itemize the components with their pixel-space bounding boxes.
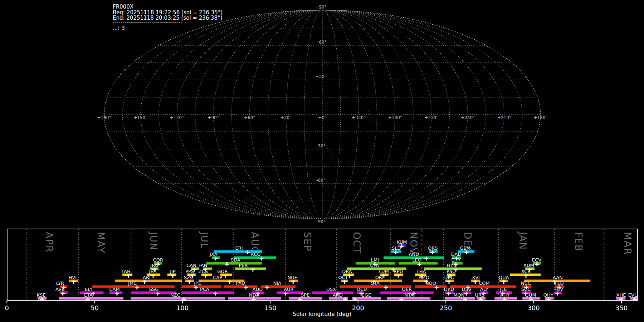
shower-label-AMO: AMO [419, 275, 429, 280]
shower-label-FED: FED [555, 280, 564, 286]
x-axis-title: Solar longitude (deg) [293, 311, 351, 317]
shower-label-GDR: GDR [217, 269, 228, 274]
shower-label-LYR: LYR [56, 280, 64, 286]
shower-bar-MON [445, 297, 475, 300]
shower-label-ORS: ORS [428, 245, 438, 251]
axis-tick-label: 300 [527, 304, 540, 312]
shower-label-NDA: NDA [249, 292, 259, 298]
map-longitude-label: +180° [97, 115, 111, 120]
shower-label-DSX: DSX [326, 287, 336, 292]
shower-label-FEV: FEV [554, 287, 563, 292]
shower-label-ORI: ORI [375, 275, 384, 280]
shower-label-ERI: ERI [235, 245, 243, 251]
shower-label-COR: COR [153, 257, 163, 263]
shower-label-OER: OER [402, 287, 412, 292]
map-longitude-label: +330° [352, 115, 366, 120]
shower-label-XUM: XUM [523, 263, 534, 268]
shower-label-NIA: NIA [273, 280, 282, 286]
sky-and-timeline-figure: FR000X Beg: 20251118 19:22:56 (sol = 236… [0, 0, 644, 322]
shower-label-KUM: KUM [397, 239, 407, 245]
shower-bar-PER [235, 268, 266, 270]
app-canvas: FR000X Beg: 20251118 19:22:56 (sol = 236… [0, 0, 644, 322]
shower-label-ETA: ETA [84, 292, 93, 298]
shower-label-MON: MON [453, 292, 464, 298]
shower-label-KSE: KSE [36, 292, 45, 298]
map-longitude-label: +0° [318, 115, 327, 120]
shower-label-NOO: NOO [425, 280, 436, 286]
shower-label-SLD: SLD [392, 245, 401, 251]
shower-bar-NOO [415, 286, 447, 288]
month-label: JAN [517, 231, 528, 250]
shower-label-CAM: CAM [109, 287, 119, 292]
shower-label-JLE: JLE [500, 287, 507, 292]
axis-tick-label: 50 [91, 304, 99, 312]
shower-label-PPS: PPS [185, 269, 194, 274]
shower-label-ARD: ARD [333, 292, 343, 298]
shower-label-NTA: NTA [404, 292, 414, 298]
shower-label-QUA: QUA [499, 275, 509, 280]
month-label: APR [44, 232, 55, 253]
shower-label-NZC: NZC [170, 292, 180, 298]
shower-label-JPE: JPE [194, 280, 201, 286]
shower-label-HVI: HVI [69, 275, 77, 280]
map-latitude-label: -60° [316, 178, 326, 183]
shower-label-SZC: SZC [184, 275, 193, 280]
shower-label-OCT: OCT [338, 275, 348, 280]
shower-label-CAN: CAN [186, 263, 196, 268]
shower-label-ELY: ELY [85, 287, 93, 292]
shower-label-PAU: PAU [236, 280, 245, 286]
shower-label-RPU: RPU [394, 269, 403, 274]
shower-label-PCA: PCA [200, 287, 209, 292]
month-label: MAR [622, 232, 633, 255]
map-longitude-label: +270° [425, 115, 439, 120]
month-label: MAY [96, 232, 107, 254]
axis-tick-label: 250 [440, 304, 452, 312]
axis-tick-label: 150 [264, 304, 276, 312]
shower-label-OCU: OCU [357, 287, 367, 292]
axis-tick-label: 0 [5, 304, 9, 312]
map-longitude-label: +60° [244, 115, 255, 120]
map-latitude-label: +30° [315, 74, 326, 79]
axis-tick-label: 200 [352, 304, 364, 312]
shower-label-DKD: DKD [444, 287, 454, 292]
shower-label-SSG: SSG [149, 287, 159, 292]
shower-label-GUM: GUM [525, 292, 536, 298]
shower-label-XHE: XHE [616, 292, 626, 298]
shower-bar-JMC [92, 286, 175, 288]
shower-label-EGE: EGE [362, 292, 371, 298]
shower-label-JRC: JRC [150, 263, 158, 268]
shower-bar-ETA [59, 297, 123, 300]
shower-label-CAP: CAP [213, 275, 222, 280]
shower-label-TAH: TAH [121, 269, 131, 274]
shower-label-NUE: NUE [288, 275, 297, 280]
shower-label-AAN: AAN [553, 275, 563, 280]
map-latitude-label: +60° [315, 40, 326, 45]
map-longitude-label: +150° [133, 115, 147, 120]
shower-label-EHY: EHY [451, 257, 460, 263]
month-label: JUL [199, 231, 210, 249]
shower-label-STA: STA [371, 280, 380, 286]
shower-label-AVB: AVB [55, 287, 65, 292]
map-longitude-label: +30° [280, 115, 292, 120]
map-longitude-label: +300° [388, 115, 402, 120]
shower-label-OHY: OHY [543, 292, 553, 298]
shower-label-AUD: AUD [253, 287, 263, 292]
event-count: ...: 3 [113, 25, 125, 31]
shower-bar-SPE [289, 297, 322, 300]
shower-label-XCB: XCB [521, 269, 531, 274]
map-latitude-label: -30° [316, 143, 326, 148]
shower-label-SDA: SDA [231, 257, 240, 263]
shower-label-JMC: JMC [128, 280, 137, 286]
shower-label-HYD: HYD [447, 263, 457, 268]
shower-label-EVL: EVL [628, 292, 637, 298]
shower-label-COM: COM [479, 280, 490, 286]
shower-bar-STA [340, 286, 411, 288]
shower-label-GEM: GEM [460, 245, 470, 251]
shower-label-AUR: AUR [284, 287, 293, 292]
map-longitude-label: +210° [497, 115, 511, 120]
shower-bar-ARI [115, 280, 182, 282]
shower-label-URS: URS [475, 292, 485, 298]
shower-label-AND: AND [409, 252, 419, 257]
shower-label-THA: THA [416, 269, 426, 274]
shower-label-ARI: ARI [143, 275, 151, 280]
